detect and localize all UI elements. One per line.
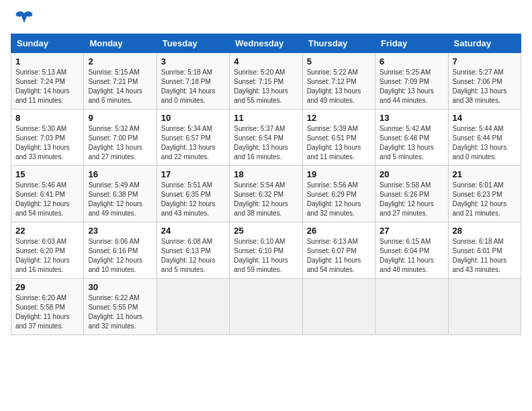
calendar-day-cell: 24 Sunrise: 6:08 AM Sunset: 6:13 PM Dayl… [157, 222, 229, 279]
weekday-header: Friday [375, 34, 448, 53]
weekday-header: Monday [84, 34, 157, 53]
day-number: 26 [307, 226, 371, 236]
day-number: 22 [15, 226, 79, 236]
day-info: Sunrise: 5:54 AM Sunset: 6:32 PM Dayligh… [234, 181, 298, 218]
weekday-header: Saturday [448, 34, 521, 53]
calendar-day-cell: 15 Sunrise: 5:46 AM Sunset: 6:41 PM Dayl… [11, 166, 84, 222]
calendar-day-cell: 13 Sunrise: 5:42 AM Sunset: 6:48 PM Dayl… [375, 109, 448, 166]
day-info: Sunrise: 5:15 AM Sunset: 7:21 PM Dayligh… [88, 68, 152, 105]
day-info: Sunrise: 5:22 AM Sunset: 7:12 PM Dayligh… [307, 68, 371, 105]
day-number: 6 [380, 56, 443, 66]
calendar-day-cell: 8 Sunrise: 5:30 AM Sunset: 7:03 PM Dayli… [11, 109, 84, 166]
day-info: Sunrise: 5:13 AM Sunset: 7:24 PM Dayligh… [15, 68, 79, 105]
calendar-day-cell: 28 Sunrise: 6:18 AM Sunset: 6:01 PM Dayl… [448, 222, 521, 279]
day-info: Sunrise: 5:51 AM Sunset: 6:35 PM Dayligh… [161, 181, 225, 218]
calendar-day-cell: 14 Sunrise: 5:44 AM Sunset: 6:44 PM Dayl… [448, 109, 521, 166]
calendar-day-cell: 11 Sunrise: 5:37 AM Sunset: 6:54 PM Dayl… [230, 109, 302, 166]
day-info: Sunrise: 5:34 AM Sunset: 6:57 PM Dayligh… [161, 124, 225, 162]
calendar-day-cell: 25 Sunrise: 6:10 AM Sunset: 6:10 PM Dayl… [230, 222, 302, 279]
calendar-day-cell: 12 Sunrise: 5:39 AM Sunset: 6:51 PM Dayl… [302, 109, 375, 166]
day-info: Sunrise: 6:18 AM Sunset: 6:01 PM Dayligh… [453, 237, 517, 275]
day-number: 19 [307, 169, 371, 179]
day-number: 18 [234, 169, 298, 179]
logo-bird-icon [15, 11, 34, 26]
empty-day-cell [375, 279, 448, 335]
day-number: 16 [88, 169, 152, 179]
day-info: Sunrise: 6:08 AM Sunset: 6:13 PM Dayligh… [161, 237, 225, 275]
day-number: 25 [234, 226, 298, 236]
day-info: Sunrise: 6:22 AM Sunset: 5:55 PM Dayligh… [88, 293, 152, 331]
calendar-day-cell: 30 Sunrise: 6:22 AM Sunset: 5:55 PM Dayl… [84, 279, 157, 335]
calendar-day-cell: 27 Sunrise: 6:15 AM Sunset: 6:04 PM Dayl… [375, 222, 448, 279]
day-number: 9 [88, 113, 152, 123]
empty-day-cell [230, 279, 302, 335]
day-number: 21 [453, 169, 517, 179]
calendar-day-cell: 20 Sunrise: 5:58 AM Sunset: 6:26 PM Dayl… [375, 166, 448, 222]
day-info: Sunrise: 6:15 AM Sunset: 6:04 PM Dayligh… [380, 237, 443, 275]
calendar-week-row: 22 Sunrise: 6:03 AM Sunset: 6:20 PM Dayl… [11, 222, 521, 279]
day-number: 27 [380, 226, 443, 236]
day-number: 23 [88, 226, 152, 236]
weekday-header: Thursday [302, 34, 375, 53]
calendar-day-cell: 18 Sunrise: 5:54 AM Sunset: 6:32 PM Dayl… [230, 166, 302, 222]
calendar-week-row: 29 Sunrise: 6:20 AM Sunset: 5:58 PM Dayl… [11, 279, 521, 335]
calendar-day-cell: 22 Sunrise: 6:03 AM Sunset: 6:20 PM Dayl… [11, 222, 84, 279]
calendar-week-row: 15 Sunrise: 5:46 AM Sunset: 6:41 PM Dayl… [11, 166, 521, 222]
day-number: 11 [234, 113, 298, 123]
page-header [11, 11, 521, 26]
day-info: Sunrise: 5:58 AM Sunset: 6:26 PM Dayligh… [380, 181, 443, 218]
calendar-day-cell: 26 Sunrise: 6:13 AM Sunset: 6:07 PM Dayl… [302, 222, 375, 279]
day-info: Sunrise: 5:18 AM Sunset: 7:18 PM Dayligh… [161, 68, 225, 105]
day-number: 7 [453, 56, 517, 66]
empty-day-cell [448, 279, 521, 335]
day-number: 29 [15, 282, 79, 292]
calendar-day-cell: 9 Sunrise: 5:32 AM Sunset: 7:00 PM Dayli… [84, 109, 157, 166]
calendar-header-row: SundayMondayTuesdayWednesdayThursdayFrid… [11, 34, 521, 53]
day-info: Sunrise: 5:30 AM Sunset: 7:03 PM Dayligh… [15, 124, 79, 162]
day-number: 17 [161, 169, 225, 179]
day-number: 15 [15, 169, 79, 179]
day-number: 24 [161, 226, 225, 236]
calendar-day-cell: 23 Sunrise: 6:06 AM Sunset: 6:16 PM Dayl… [84, 222, 157, 279]
day-info: Sunrise: 6:13 AM Sunset: 6:07 PM Dayligh… [307, 237, 371, 275]
calendar-day-cell: 10 Sunrise: 5:34 AM Sunset: 6:57 PM Dayl… [157, 109, 229, 166]
calendar-day-cell: 4 Sunrise: 5:20 AM Sunset: 7:15 PM Dayli… [230, 53, 302, 109]
empty-day-cell [157, 279, 229, 335]
day-number: 30 [88, 282, 152, 292]
calendar-day-cell: 1 Sunrise: 5:13 AM Sunset: 7:24 PM Dayli… [11, 53, 84, 109]
day-info: Sunrise: 6:01 AM Sunset: 6:23 PM Dayligh… [453, 181, 517, 218]
calendar-day-cell: 3 Sunrise: 5:18 AM Sunset: 7:18 PM Dayli… [157, 53, 229, 109]
day-number: 1 [15, 56, 79, 66]
day-info: Sunrise: 6:20 AM Sunset: 5:58 PM Dayligh… [15, 293, 79, 331]
day-number: 28 [453, 226, 517, 236]
calendar-day-cell: 19 Sunrise: 5:56 AM Sunset: 6:29 PM Dayl… [302, 166, 375, 222]
calendar-day-cell: 7 Sunrise: 5:27 AM Sunset: 7:06 PM Dayli… [448, 53, 521, 109]
weekday-header: Sunday [11, 34, 84, 53]
day-info: Sunrise: 5:27 AM Sunset: 7:06 PM Dayligh… [453, 68, 517, 105]
calendar-day-cell: 6 Sunrise: 5:25 AM Sunset: 7:09 PM Dayli… [375, 53, 448, 109]
calendar-week-row: 1 Sunrise: 5:13 AM Sunset: 7:24 PM Dayli… [11, 53, 521, 109]
day-info: Sunrise: 5:37 AM Sunset: 6:54 PM Dayligh… [234, 124, 298, 162]
day-info: Sunrise: 5:32 AM Sunset: 7:00 PM Dayligh… [88, 124, 152, 162]
day-info: Sunrise: 6:03 AM Sunset: 6:20 PM Dayligh… [15, 237, 79, 275]
day-number: 2 [88, 56, 152, 66]
day-number: 12 [307, 113, 371, 123]
weekday-header: Wednesday [230, 34, 302, 53]
logo [11, 11, 34, 26]
calendar-day-cell: 16 Sunrise: 5:49 AM Sunset: 6:38 PM Dayl… [84, 166, 157, 222]
day-info: Sunrise: 5:39 AM Sunset: 6:51 PM Dayligh… [307, 124, 371, 162]
calendar-day-cell: 21 Sunrise: 6:01 AM Sunset: 6:23 PM Dayl… [448, 166, 521, 222]
day-info: Sunrise: 5:49 AM Sunset: 6:38 PM Dayligh… [88, 181, 152, 218]
day-number: 13 [380, 113, 443, 123]
day-info: Sunrise: 5:42 AM Sunset: 6:48 PM Dayligh… [380, 124, 443, 162]
calendar-day-cell: 29 Sunrise: 6:20 AM Sunset: 5:58 PM Dayl… [11, 279, 84, 335]
day-info: Sunrise: 5:56 AM Sunset: 6:29 PM Dayligh… [307, 181, 371, 218]
day-info: Sunrise: 5:20 AM Sunset: 7:15 PM Dayligh… [234, 68, 298, 105]
day-info: Sunrise: 6:10 AM Sunset: 6:10 PM Dayligh… [234, 237, 298, 275]
day-number: 14 [453, 113, 517, 123]
day-info: Sunrise: 5:46 AM Sunset: 6:41 PM Dayligh… [15, 181, 79, 218]
day-info: Sunrise: 6:06 AM Sunset: 6:16 PM Dayligh… [88, 237, 152, 275]
day-number: 10 [161, 113, 225, 123]
calendar-table: SundayMondayTuesdayWednesdayThursdayFrid… [11, 34, 521, 335]
calendar-week-row: 8 Sunrise: 5:30 AM Sunset: 7:03 PM Dayli… [11, 109, 521, 166]
